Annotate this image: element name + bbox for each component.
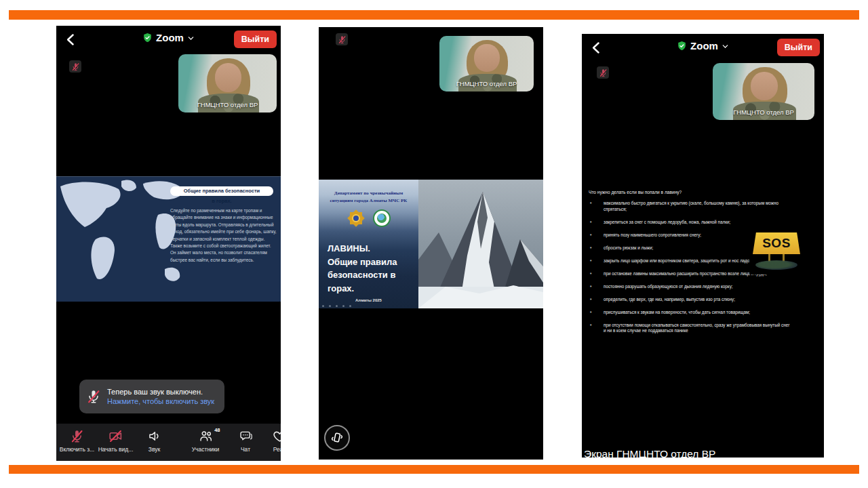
bullet-text: закрыть лицо шарфом или воротником свите…	[604, 258, 761, 263]
mic-off-icon	[338, 35, 347, 44]
speaker-icon	[147, 429, 161, 443]
toast-message: Теперь ваш звук выключен.	[107, 388, 214, 396]
mountain-photo	[418, 180, 543, 308]
shared-slide-title-page: Департамент по чрезвычайным ситуациям го…	[319, 180, 543, 308]
participant-name-label: ГНМЦНТО отдел ВР	[439, 80, 534, 87]
participant-video-thumbnail[interactable]: ГНМЦНТО отдел ВР	[178, 54, 277, 113]
bullet-item: при отсутствии помощи откапываться самос…	[589, 323, 821, 334]
toolbar-item[interactable]: Реак	[263, 429, 281, 453]
mic-off-icon	[71, 62, 80, 71]
screen-share-label: Экран ГНМЦНТО отдел ВР	[584, 448, 715, 458]
bullet-text: принять позу наименьшего сопротивления с…	[604, 232, 701, 237]
shared-slide-avalanche-tips: Что нужно делать если вы попали в лавину…	[589, 190, 821, 341]
org-line-1: Департамент по чрезвычайным	[321, 190, 416, 197]
toolbar-item-label: Начать вид...	[98, 446, 134, 453]
toolbar-item-label: Чат	[241, 446, 250, 453]
participant-name-label: ГНМЦНТО отдел ВР	[713, 108, 814, 116]
toolbar-item[interactable]: Включить з...	[58, 429, 96, 453]
bottom-accent-bar	[9, 465, 859, 474]
bullet-text: определить, где верх, где низ, например,…	[604, 297, 735, 302]
screenshot-phone-2: ГНМЦНТО отдел ВР Департамент по чрезвыча…	[319, 27, 543, 460]
participants-count-badge: 48	[214, 427, 220, 433]
screenshot-phone-3: Zoom Выйти ГНМЦНТО отдел ВР Что нужно де…	[582, 34, 824, 458]
leave-meeting-button[interactable]: Выйти	[777, 39, 820, 56]
chevron-down-icon	[187, 35, 195, 42]
bullet-item: закрепиться за снег с помощью ледоруба, …	[589, 220, 821, 226]
slide-title-pill: Общие правила безопасности	[170, 186, 273, 196]
bullet-text: при остановке лавины максимально расшири…	[604, 271, 767, 276]
emblems-row	[319, 209, 418, 227]
world-map-graphic	[56, 177, 185, 302]
meeting-toolbar: Включить з... Начать вид... Звук 48 Учас…	[56, 424, 281, 461]
bullet-text: постоянно разрушать образующуюся от дыха…	[604, 284, 733, 289]
screenshot-phone-1: Zoom Выйти ГНМЦНТО отдел ВР	[56, 26, 281, 461]
participants-icon	[199, 429, 213, 443]
muted-mic-indicator	[336, 33, 348, 45]
org-line-2: ситуациям города Алматы МЧС РК	[321, 197, 416, 205]
bullet-item: прислушиваться к звукам на поверхности, …	[589, 310, 821, 316]
rotate-screen-button[interactable]	[324, 425, 350, 451]
slide-body-text: Следуйте по размеченным на карте тропам …	[170, 207, 277, 264]
bullet-text: максимально быстро двигаться к укрытию (…	[604, 201, 778, 211]
shield-check-icon	[677, 41, 687, 51]
zoom-label: Zoom	[690, 40, 718, 52]
toast-unmute-link[interactable]: Нажмите, чтобы включить звук	[107, 397, 214, 405]
bullet-text: закрепиться за снег с помощью ледоруба, …	[604, 220, 730, 224]
video-off-icon	[108, 429, 123, 443]
toolbar-item-label: Участники	[192, 446, 220, 453]
mic-off-icon	[70, 429, 84, 443]
participant-video-thumbnail[interactable]: ГНМЦНТО отдел ВР	[713, 63, 814, 120]
meeting-header: Zoom Выйти	[56, 26, 281, 54]
slide-subtitle: в горах.	[170, 198, 273, 204]
mute-toast[interactable]: Теперь ваш звук выключен. Нажмите, чтобы…	[79, 380, 224, 413]
meeting-header: Zoom Выйти	[582, 34, 824, 62]
chat-icon	[239, 429, 253, 443]
mic-off-icon	[599, 68, 608, 77]
participant-name-label: ГНМЦНТО отдел ВР	[178, 101, 277, 108]
muted-mic-indicator	[597, 66, 609, 79]
rotate-phone-icon	[330, 430, 344, 445]
chevron-down-icon	[722, 43, 729, 50]
toast-text-block: Теперь ваш звук выключен. Нажмите, чтобы…	[107, 388, 214, 405]
muted-mic-indicator	[69, 60, 81, 73]
bullet-item: максимально быстро двигаться к укрытию (…	[589, 201, 821, 212]
bullet-text: прислушиваться к звукам на поверхности, …	[604, 310, 750, 314]
bullet-item: определить, где верх, где низ, например,…	[589, 297, 821, 303]
reactions-icon	[273, 429, 281, 443]
sos-sign: SOS	[753, 232, 800, 254]
slide-question-title: Что нужно делать если вы попали в лавину…	[589, 190, 821, 195]
slide-left-panel: Департамент по чрезвычайным ситуациям го…	[319, 180, 418, 308]
slide-footer-caption: Алматы 2025	[319, 298, 418, 302]
zoom-label: Zoom	[156, 32, 184, 43]
presenter-controls	[322, 305, 351, 307]
shield-check-icon	[142, 33, 153, 43]
sos-text: SOS	[762, 236, 791, 251]
participant-video-thumbnail[interactable]: ГНМЦНТО отдел ВР	[439, 36, 534, 92]
round-org-emblem-icon	[373, 209, 391, 227]
toolbar-item[interactable]: Звук	[135, 429, 174, 453]
leave-meeting-button[interactable]: Выйти	[234, 30, 277, 48]
slide-org-title: Департамент по чрезвычайным ситуациям го…	[321, 190, 416, 205]
toolbar-item-label: Включить з...	[60, 446, 94, 453]
toolbar-item-label: Реак	[273, 446, 281, 453]
shared-slide-safety-rules: Общие правила безопасности в горах. След…	[56, 176, 281, 302]
toolbar-item[interactable]: Чат	[228, 429, 263, 453]
toolbar-group-right: 48 Участники Чат Реак	[183, 429, 281, 453]
toolbar-item[interactable]: 48 Участники	[183, 429, 228, 453]
bullet-text: при отсутствии помощи откапываться самос…	[604, 323, 789, 333]
toolbar-item-label: Звук	[149, 446, 160, 453]
sos-sign-image: SOS	[749, 231, 804, 274]
toolbar-item[interactable]: Начать вид...	[96, 429, 135, 453]
top-accent-bar	[9, 10, 859, 20]
mic-off-icon	[86, 389, 101, 404]
bullet-item: постоянно разрушать образующуюся от дыха…	[589, 284, 821, 290]
mchs-star-emblem-icon	[347, 209, 365, 227]
toolbar-group-left: Включить з... Начать вид... Звук	[58, 429, 174, 453]
bullet-text: сбросить рюкзак и лыжи;	[604, 245, 653, 250]
slide-main-title: ЛАВИНЫ. Общие правила безопасности в гор…	[328, 242, 397, 295]
sos-night-ground	[755, 260, 797, 270]
